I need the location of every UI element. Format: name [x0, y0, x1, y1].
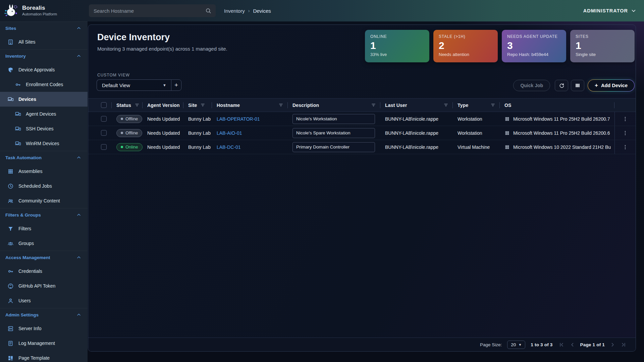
status-dot-icon — [121, 118, 123, 120]
devices-icon — [15, 126, 21, 132]
filter-icon[interactable] — [134, 103, 140, 108]
sidebar-item-filters[interactable]: Filters — [0, 221, 88, 236]
table-header-row: Status Agent Version Site Hostname Descr… — [88, 98, 636, 112]
hostname-link[interactable]: LAB-OPERATOR-01 — [217, 116, 260, 122]
shield-icon — [7, 67, 14, 73]
sidebar-section-task-automation[interactable]: Task Automation — [0, 151, 88, 164]
columns-icon — [575, 82, 581, 88]
stat-label: STALE (>1H) — [439, 34, 492, 39]
sidebar-item-scheduled-jobs[interactable]: Scheduled Jobs — [0, 179, 88, 193]
row-checkbox[interactable] — [101, 116, 107, 122]
user-menu-label: ADMINISTRATOR — [583, 8, 628, 13]
sidebar-section-access-management[interactable]: Access Management — [0, 251, 88, 264]
sidebar-item-devices[interactable]: Devices — [0, 92, 88, 107]
sidebar-item-groups[interactable]: Groups — [0, 236, 88, 251]
sidebar-item-page-template[interactable]: Page Template — [0, 351, 88, 362]
next-page-button[interactable] — [609, 342, 616, 348]
row-menu-button[interactable] — [620, 114, 630, 124]
sidebar-item-label: Server Info — [18, 326, 41, 331]
clock-icon — [7, 183, 14, 189]
sidebar-item-assemblies[interactable]: Assemblies — [0, 164, 88, 179]
search-icon[interactable] — [205, 7, 212, 14]
key-icon — [15, 81, 21, 88]
last-user-cell: BUNNY-LAB\nicole.rappe — [385, 130, 438, 136]
last-page-icon — [621, 342, 627, 348]
last-page-button[interactable] — [621, 342, 627, 348]
view-selector-dropdown[interactable]: Default View ▼ — [97, 79, 171, 91]
breadcrumb-item-devices[interactable]: Devices — [253, 8, 271, 14]
type-cell: Workstation — [458, 130, 482, 136]
sidebar-item-winrm-devices[interactable]: WinRM Devices — [0, 136, 88, 151]
stat-card-stale: STALE (>1H) 2 Needs attention — [433, 30, 498, 62]
column-settings-button[interactable] — [571, 80, 584, 91]
grid-icon — [7, 168, 14, 175]
sidebar-section-filters-groups[interactable]: Filters & Groups — [0, 208, 88, 221]
select-all-checkbox[interactable] — [101, 102, 107, 108]
row-checkbox[interactable] — [101, 130, 107, 136]
sidebar-item-label: All Sites — [18, 39, 36, 45]
quick-job-button[interactable]: Quick Job — [513, 80, 550, 91]
agent-version-cell: Needs Updated — [147, 116, 180, 122]
sidebar-item-device-approvals[interactable]: Device Approvals — [0, 62, 88, 77]
filter-icon[interactable] — [200, 103, 206, 108]
sidebar-item-server-info[interactable]: Server Info — [0, 321, 88, 336]
sidebar-item-label: Assemblies — [18, 169, 43, 174]
row-menu-button[interactable] — [620, 128, 630, 138]
previous-page-button[interactable] — [569, 342, 576, 348]
filter-icon[interactable] — [490, 103, 496, 108]
os-cell: Microsoft Windows 11 Pro 25H2 Build 2620… — [513, 130, 610, 136]
stat-card-needs-agent-update: NEEDS AGENT UPDATE 3 Repo Hash: b459e44 — [502, 30, 566, 62]
sidebar-item-community-content[interactable]: Community Content — [0, 193, 88, 208]
os-cell: Microsoft Windows 11 Pro 25H2 Build 2620… — [513, 116, 610, 122]
column-header-site: Site — [188, 103, 197, 108]
sidebar-item-log-management[interactable]: Log Management — [0, 336, 88, 351]
sidebar-item-users[interactable]: Users — [0, 293, 88, 308]
sidebar-section-sites[interactable]: Sites — [0, 22, 88, 35]
page-size-select[interactable]: 20 ▼ — [507, 341, 525, 349]
brand: Borealis Automation Platform — [3, 3, 57, 18]
sidebar-item-credentials[interactable]: Credentials — [0, 264, 88, 279]
chevron-up-icon — [76, 212, 82, 218]
hostname-link[interactable]: LAB-DC-01 — [217, 144, 241, 150]
first-page-button[interactable] — [558, 342, 565, 348]
sidebar-section-inventory[interactable]: Inventory — [0, 50, 88, 62]
stat-value: 3 — [507, 40, 561, 51]
sidebar-item-all-sites[interactable]: All Sites — [0, 35, 88, 49]
sidebar-item-label: Device Approvals — [18, 67, 55, 72]
stat-value: 1 — [370, 40, 424, 51]
sidebar-section-admin-settings[interactable]: Admin Settings — [0, 308, 88, 321]
dropdown-arrow-icon: ▼ — [518, 343, 522, 347]
sidebar-item-ssh-devices[interactable]: SSH Devices — [0, 121, 88, 136]
view-selector-value: Default View — [102, 82, 130, 88]
user-menu[interactable]: ADMINISTRATOR — [583, 0, 637, 21]
hostname-link[interactable]: LAB-AIO-01 — [217, 130, 242, 136]
sidebar-item-enrollment-codes[interactable]: Enrollment Codes — [0, 77, 88, 92]
stat-cards: ONLINE 1 33% live STALE (>1H) 2 Needs at… — [365, 30, 635, 62]
filter-icon[interactable] — [278, 103, 284, 108]
add-device-button[interactable]: + Add Device — [588, 79, 635, 92]
filter-icon[interactable] — [443, 103, 449, 108]
search-input[interactable] — [94, 8, 205, 14]
description-input[interactable] — [292, 128, 375, 138]
sidebar-item-label: Community Content — [18, 198, 60, 203]
add-view-button[interactable]: + — [171, 79, 181, 91]
sidebar-item-agent-devices[interactable]: Agent Devices — [0, 107, 88, 121]
status-dot-icon — [121, 132, 123, 134]
description-input[interactable] — [292, 114, 375, 124]
github-icon — [7, 283, 14, 289]
table-row: Offline Needs Updated Bunny Lab LAB-AIO-… — [88, 126, 636, 140]
filter-icon[interactable] — [371, 103, 376, 108]
stat-subtext: 33% live — [370, 52, 424, 57]
breadcrumb-item-inventory[interactable]: Inventory — [224, 8, 245, 14]
devices-icon — [15, 111, 21, 117]
kebab-icon — [622, 116, 628, 122]
description-input[interactable] — [292, 142, 375, 152]
sidebar-item-github-api-token[interactable]: GitHub API Token — [0, 279, 88, 293]
row-checkbox[interactable] — [101, 144, 107, 150]
refresh-button[interactable] — [555, 80, 568, 91]
row-menu-button[interactable] — [620, 142, 630, 152]
topbar: Borealis Automation Platform Inventory ›… — [0, 0, 644, 21]
type-cell: Virtual Machine — [458, 144, 490, 150]
sidebar-item-label: Users — [18, 298, 31, 303]
column-header-hostname: Hostname — [217, 103, 240, 108]
